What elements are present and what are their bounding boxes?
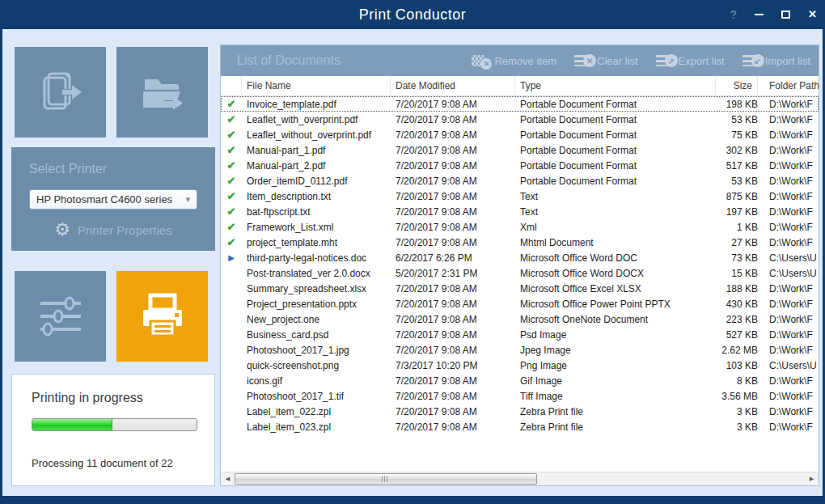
type-cell: Portable Document Format (515, 114, 716, 125)
status-icon: ✔ (221, 113, 242, 125)
file-name-cell: Order_itemID_0112.pdf (242, 176, 391, 187)
size-cell: 2.62 MB (716, 345, 758, 356)
type-cell: Microsoft Office Word DOCX (515, 268, 716, 279)
help-icon[interactable]: ? (730, 8, 738, 21)
table-row[interactable]: Post-translated_ver 2.0.docx 5/20/2017 2… (221, 265, 819, 281)
add-documents-button[interactable] (15, 47, 106, 138)
table-row[interactable]: icons.gif 7/20/2017 9:08 AM Gif Image 8 … (221, 373, 819, 388)
table-row[interactable]: ✔ project_template.mht 7/20/2017 9:08 AM… (221, 235, 819, 250)
document-rows: ✔ Invoice_template.pdf 7/20/2017 9:08 AM… (221, 96, 819, 472)
type-cell: Text (515, 191, 716, 202)
size-cell: 430 KB (716, 299, 758, 310)
status-icon: ✔ (221, 190, 242, 202)
minimize-button[interactable] (755, 14, 764, 15)
table-row[interactable]: ✔ Item_description.txt 7/20/2017 9:08 AM… (221, 188, 819, 204)
folder-path-cell: D:\Work\F (758, 145, 819, 156)
date-modified-cell: 7/20/2017 9:08 AM (391, 237, 515, 248)
clear-list-button[interactable]: ✕ Clear list (574, 53, 638, 68)
table-row[interactable]: Label_item_023.zpl 7/20/2017 9:08 AM Zeb… (221, 419, 819, 434)
table-row[interactable]: ✔ Order_itemID_0112.pdf 7/20/2017 9:08 A… (221, 173, 819, 188)
folder-path-cell: C:\Users\U (758, 252, 819, 264)
type-cell: Portable Document Format (515, 160, 716, 172)
import-list-button[interactable]: ↙ Import list (742, 53, 810, 68)
folder-path-cell: D:\Work\F (758, 191, 819, 202)
status-icon: ✔ (221, 221, 242, 233)
add-folder-icon (137, 66, 188, 118)
date-modified-cell: 7/20/2017 9:08 AM (391, 283, 515, 294)
table-row[interactable]: Summary_spreadsheet.xlsx 7/20/2017 9:08 … (221, 281, 819, 296)
scrollbar-track[interactable] (235, 472, 805, 486)
folder-path-cell: D:\Work\F (758, 206, 819, 218)
export-list-button[interactable]: ↗ Export list (656, 53, 725, 68)
folder-path-cell: D:\Work\F (758, 406, 819, 417)
table-row[interactable]: ✔ Leaflet_without_overprint.pdf 7/20/201… (221, 127, 819, 142)
import-list-icon: ↙ (742, 53, 760, 68)
list-heading: List of Documents (237, 53, 454, 68)
remove-item-icon: ✕ (472, 53, 489, 68)
type-cell: Gif Image (515, 375, 716, 387)
table-row[interactable]: ▶ third-party-legal-notices.doc 6/2/2017… (221, 250, 819, 265)
status-icon: ✔ (221, 175, 242, 187)
status-icon: ✔ (221, 205, 242, 218)
scrollbar-thumb[interactable] (235, 473, 537, 485)
table-row[interactable]: quick-screenshot.png 7/3/2017 10:20 PM P… (221, 358, 819, 373)
table-row[interactable]: Project_presentation.pptx 7/20/2017 9:08… (221, 296, 819, 311)
remove-item-button[interactable]: ✕ Remove item (472, 53, 556, 68)
table-row[interactable]: ✔ Manual-part_1.pdf 7/20/2017 9:08 AM Po… (221, 142, 819, 158)
close-button[interactable]: ✕ (808, 11, 817, 19)
folder-path-cell: D:\Work\F (758, 375, 819, 387)
table-row[interactable]: Label_item_022.zpl 7/20/2017 9:08 AM Zeb… (221, 404, 819, 419)
type-cell: Microsoft OneNote Document (515, 314, 716, 325)
horizontal-scrollbar[interactable]: ◀ ▶ (221, 472, 819, 485)
size-cell: 3.56 MB (716, 391, 758, 402)
select-printer-panel: Select Printer HP Photosmart C4600 serie… (11, 147, 215, 251)
size-cell: 188 KB (716, 283, 758, 294)
folder-path-cell: D:\Work\F (758, 129, 819, 141)
file-name-cell: Leaflet_without_overprint.pdf (242, 129, 391, 141)
table-row[interactable]: Photoshoot_2017_1.tif 7/20/2017 9:08 AM … (221, 388, 819, 404)
scroll-right-icon[interactable]: ▶ (805, 472, 819, 486)
table-row[interactable]: ✔ Framework_List.xml 7/20/2017 9:08 AM X… (221, 219, 819, 235)
date-modified-cell: 7/20/2017 9:08 AM (391, 206, 515, 218)
file-name-cell: icons.gif (242, 375, 391, 387)
maximize-button[interactable] (781, 11, 790, 19)
file-name-cell: quick-screenshot.png (242, 360, 391, 371)
header-folder-path[interactable]: Folder Path (758, 76, 819, 95)
table-row[interactable]: ✔ bat-ftpscript.txt 7/20/2017 9:08 AM Te… (221, 204, 819, 219)
header-file-name[interactable]: File Name (242, 76, 391, 95)
table-row[interactable]: Business_card.psd 7/20/2017 9:08 AM Psd … (221, 327, 819, 342)
file-name-cell: Business_card.psd (242, 329, 391, 341)
type-cell: Tiff Image (515, 391, 716, 402)
file-name-cell: Label_item_023.zpl (242, 421, 391, 433)
selected-printer: HP Photosmart C4600 series (36, 193, 185, 205)
table-row[interactable]: ✔ Manual-part_2.pdf 7/20/2017 9:08 AM Po… (221, 158, 819, 173)
table-row[interactable]: Photoshoot_2017_1.jpg 7/20/2017 9:08 AM … (221, 342, 819, 358)
header-type[interactable]: Type (515, 76, 716, 95)
table-row[interactable]: ✔ Invoice_template.pdf 7/20/2017 9:08 AM… (221, 96, 819, 112)
header-size[interactable]: Size (716, 76, 758, 95)
printer-select[interactable]: HP Photosmart C4600 series ▾ (29, 189, 197, 210)
clear-list-icon: ✕ (574, 53, 592, 68)
printer-icon (137, 290, 188, 342)
size-cell: 875 KB (716, 191, 758, 202)
type-cell: Psd Image (515, 329, 716, 341)
printer-properties-button[interactable]: ⚙ Printer Properties (29, 221, 197, 239)
date-modified-cell: 7/20/2017 9:08 AM (391, 176, 515, 187)
table-row[interactable]: New_project.one 7/20/2017 9:08 AM Micros… (221, 311, 819, 327)
size-cell: 73 KB (716, 252, 758, 264)
add-folder-button[interactable] (116, 47, 208, 138)
file-name-cell: Invoice_template.pdf (242, 99, 391, 110)
gear-icon: ⚙ (54, 221, 70, 239)
file-name-cell: third-party-legal-notices.doc (242, 252, 391, 264)
header-date-modified[interactable]: Date Modified (391, 76, 515, 95)
date-modified-cell: 7/20/2017 9:08 AM (391, 129, 515, 141)
type-cell: Microsoft Office Excel XLSX (515, 283, 716, 294)
scroll-left-icon[interactable]: ◀ (221, 472, 235, 486)
file-name-cell: Leaflet_with_overprint.pdf (242, 114, 391, 125)
folder-path-cell: D:\Work\F (758, 176, 819, 187)
print-button[interactable] (116, 271, 208, 362)
size-cell: 197 KB (716, 206, 758, 218)
header-status-column[interactable] (221, 76, 242, 95)
table-row[interactable]: ✔ Leaflet_with_overprint.pdf 7/20/2017 9… (221, 112, 819, 127)
settings-button[interactable] (15, 271, 106, 362)
